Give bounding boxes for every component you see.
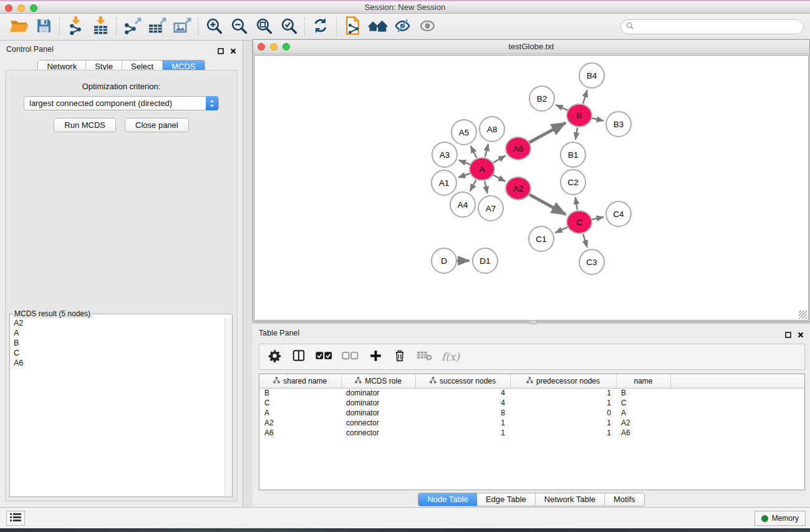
network-edge[interactable] <box>470 180 476 191</box>
network-edge[interactable] <box>576 197 577 210</box>
table-cell[interactable]: 0 <box>510 408 616 418</box>
network-edge[interactable] <box>555 227 567 233</box>
table-row[interactable]: Adominator80A <box>259 408 805 418</box>
export-network-button[interactable] <box>120 16 145 37</box>
table-row[interactable]: Cdominator41C <box>259 398 805 408</box>
table-cell[interactable]: dominator <box>341 408 415 418</box>
table-cell[interactable]: connector <box>341 428 415 438</box>
minimize-window-button[interactable] <box>17 4 25 12</box>
show-panels-button[interactable] <box>6 511 25 526</box>
network-edge[interactable] <box>529 195 566 215</box>
network-node-A1[interactable]: A1 <box>432 170 456 195</box>
result-scrollbar[interactable] <box>224 318 232 496</box>
table-cell[interactable]: 1 <box>510 418 616 428</box>
table-cell[interactable]: A6 <box>259 428 341 438</box>
result-item[interactable]: C <box>11 348 224 358</box>
network-node-A6[interactable]: A6 <box>506 137 531 160</box>
network-node-C[interactable]: C <box>567 211 592 233</box>
refresh-button[interactable] <box>308 16 333 37</box>
open-session-button[interactable] <box>6 16 31 37</box>
table-cell[interactable] <box>670 418 805 428</box>
network-node-B4[interactable]: B4 <box>579 63 604 88</box>
column-header-predecessor-nodes[interactable]: predecessor nodes <box>510 374 616 388</box>
splitter-handle[interactable] <box>529 320 537 324</box>
network-node-B1[interactable]: B1 <box>561 142 586 167</box>
table-cell[interactable]: 1 <box>510 398 616 408</box>
import-table-button[interactable] <box>88 16 113 37</box>
network-edge[interactable] <box>493 156 505 163</box>
resize-grip[interactable] <box>799 311 807 319</box>
network-node-A5[interactable]: A5 <box>451 120 476 145</box>
close-panel-icon[interactable] <box>230 46 236 57</box>
tab-motifs[interactable]: Motifs <box>605 493 644 506</box>
column-header-shared-name[interactable]: shared name <box>259 374 341 388</box>
table-cell[interactable]: 4 <box>415 388 510 398</box>
network-edge[interactable] <box>529 123 566 143</box>
save-session-button[interactable] <box>31 16 56 37</box>
network-edge[interactable] <box>493 175 506 181</box>
column-header-MCDS-role[interactable]: MCDS role <box>341 374 415 388</box>
zoom-out-button[interactable] <box>226 16 251 37</box>
network-node-A3[interactable]: A3 <box>432 142 457 167</box>
table-cell[interactable]: 1 <box>415 428 510 438</box>
result-item[interactable]: A6 <box>11 358 224 368</box>
network-zoom-button[interactable] <box>282 43 290 51</box>
network-close-button[interactable] <box>258 43 265 51</box>
export-image-button[interactable] <box>170 16 195 37</box>
float-table-panel-icon[interactable] <box>785 329 791 341</box>
table-cell[interactable]: connector <box>341 418 415 428</box>
result-item[interactable]: A2 <box>11 318 224 328</box>
table-row[interactable]: A2connector11A2 <box>259 418 805 428</box>
table-cell[interactable]: C <box>259 398 341 408</box>
table-row[interactable]: A6connector11A6 <box>259 428 805 438</box>
network-edge[interactable] <box>485 181 487 194</box>
search-box[interactable] <box>620 19 804 34</box>
show-panel-button[interactable] <box>415 16 440 37</box>
criterion-select[interactable]: largest connected component (directed) <box>24 96 219 110</box>
network-node-B2[interactable]: B2 <box>529 86 554 111</box>
network-edge[interactable] <box>583 90 587 104</box>
add-row-button[interactable] <box>368 347 383 366</box>
table-cell[interactable]: 4 <box>415 398 510 408</box>
table-cell[interactable]: 1 <box>510 428 616 438</box>
delete-row-button[interactable] <box>392 347 407 366</box>
close-panel-button[interactable]: Close panel <box>125 118 189 132</box>
table-cell[interactable]: C <box>616 398 670 408</box>
table-cell[interactable]: 1 <box>510 388 616 398</box>
network-canvas[interactable]: B4B2BB3A5A8A6B1A3AA1C2A2A4A7C4CC1C3DD1 <box>254 55 809 321</box>
table-cell[interactable]: B <box>259 388 341 398</box>
select-all-button[interactable] <box>316 347 332 366</box>
network-edge[interactable] <box>485 144 488 157</box>
deselect-all-button[interactable] <box>342 347 359 366</box>
network-node-D[interactable]: D <box>432 248 456 273</box>
table-cell[interactable] <box>670 408 805 418</box>
table-cell[interactable] <box>670 388 805 398</box>
tab-edge-table[interactable]: Edge Table <box>477 493 536 506</box>
network-node-C4[interactable]: C4 <box>606 201 631 226</box>
table-cell[interactable] <box>670 398 805 408</box>
result-item[interactable]: B <box>11 338 224 348</box>
result-item[interactable]: A <box>11 328 224 338</box>
column-header-name[interactable]: name <box>616 374 670 388</box>
zoom-window-button[interactable] <box>30 4 37 12</box>
network-node-C2[interactable]: C2 <box>561 170 586 195</box>
network-node-A7[interactable]: A7 <box>478 196 503 221</box>
network-edge[interactable] <box>458 173 470 178</box>
network-edge[interactable] <box>583 234 587 248</box>
network-edge[interactable] <box>471 146 476 158</box>
new-network-button[interactable] <box>340 16 365 37</box>
close-window-button[interactable] <box>5 4 12 12</box>
float-panel-icon[interactable] <box>218 46 224 57</box>
table-cell[interactable]: dominator <box>341 388 415 398</box>
table-cell[interactable]: A6 <box>616 428 670 438</box>
network-node-A[interactable]: A <box>470 158 494 180</box>
network-node-C3[interactable]: C3 <box>579 249 604 274</box>
zoom-in-button[interactable] <box>201 16 226 37</box>
close-table-panel-icon[interactable] <box>798 329 804 341</box>
network-node-B3[interactable]: B3 <box>606 112 631 137</box>
table-settings-button[interactable] <box>267 347 282 366</box>
table-cell[interactable]: 8 <box>415 408 510 418</box>
table-cell[interactable]: A2 <box>616 418 670 428</box>
network-node-A2[interactable]: A2 <box>506 177 531 200</box>
network-node-B[interactable]: B <box>567 104 592 127</box>
